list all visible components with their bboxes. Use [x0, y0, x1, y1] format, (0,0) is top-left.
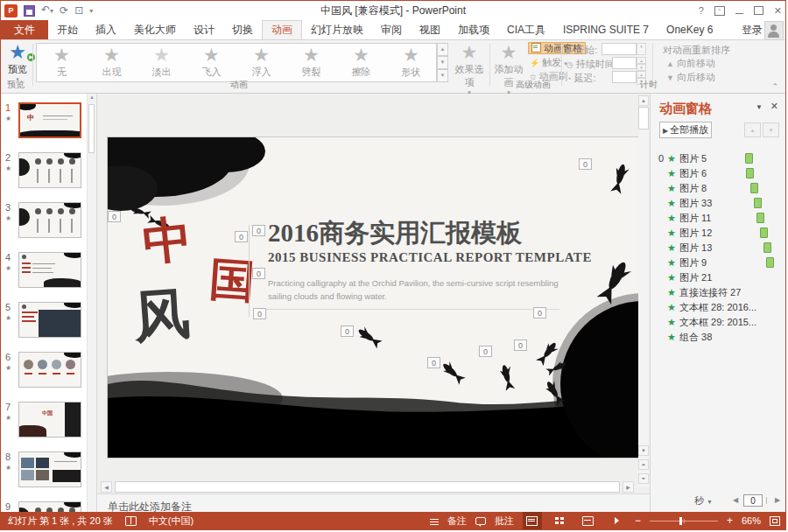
seconds-dropdown[interactable]: 秒 ▼: [694, 494, 713, 508]
pane-move-down-button[interactable]: ▼: [763, 122, 779, 137]
animation-fade[interactable]: ★淡出: [137, 44, 186, 81]
minimize-icon[interactable]: [735, 13, 743, 14]
animation-float-in[interactable]: ★浮入: [236, 44, 286, 81]
thumbnail-slide-1[interactable]: 1 ★ 中: [1, 102, 88, 143]
pane-close-icon[interactable]: ✕: [770, 101, 778, 112]
tab-onekey[interactable]: OneKey 6: [658, 20, 721, 39]
timeline-zoom-out-icon[interactable]: ◀: [733, 496, 738, 504]
timeline-bar[interactable]: [746, 168, 754, 178]
animation-item-row[interactable]: ★图片 21: [651, 270, 785, 285]
pane-move-up-button[interactable]: ▲: [744, 122, 761, 137]
animation-item-row[interactable]: ★图片 8: [651, 181, 785, 196]
tab-design[interactable]: 设计: [185, 20, 223, 39]
animation-item-row[interactable]: ★图片 33: [651, 196, 785, 211]
tab-home[interactable]: 开始: [48, 20, 87, 39]
slideshow-view-button[interactable]: [607, 512, 626, 529]
timeline-zoom-in-icon[interactable]: ▶: [775, 496, 780, 504]
tab-view[interactable]: 视图: [411, 20, 449, 39]
animation-item-row[interactable]: ★图片 9: [651, 256, 785, 270]
scroll-down-icon[interactable]: ▼: [638, 445, 649, 456]
calligraphy-feng[interactable]: 风: [132, 286, 192, 346]
animation-none[interactable]: ★无: [37, 44, 87, 81]
start-combobox[interactable]: [602, 43, 637, 55]
thumbnail-slide-6[interactable]: 6 ★: [1, 352, 88, 392]
pane-dropdown-icon[interactable]: ▼: [756, 103, 763, 111]
maximize-icon[interactable]: [754, 6, 763, 15]
tab-cia-tools[interactable]: CIA工具: [498, 20, 554, 39]
animation-sequence-badge[interactable]: 0: [533, 307, 546, 318]
gallery-scroll-down[interactable]: ▼: [437, 56, 448, 69]
thumbnail-slide-2[interactable]: 2 ★: [1, 152, 88, 192]
scroll-right-icon[interactable]: ▶: [623, 481, 634, 493]
duration-input[interactable]: [612, 57, 637, 69]
gallery-more-button[interactable]: ▼: [437, 69, 448, 82]
vertical-scrollbar[interactable]: ▲ ▼ ⏶ ⏷: [638, 95, 649, 487]
zoom-out-button[interactable]: −: [635, 514, 641, 527]
animation-sequence-badge[interactable]: 0: [427, 357, 440, 368]
ribbon-display-options-icon[interactable]: ^: [714, 6, 725, 16]
animation-item-row[interactable]: ★文本框 28: 2016...: [651, 300, 785, 315]
timeline-bar[interactable]: [750, 183, 758, 193]
thumbnail-slide-8[interactable]: 8 ★: [1, 452, 88, 492]
thumbnail-scrollbar-thumb[interactable]: [88, 104, 95, 153]
tab-review[interactable]: 审阅: [372, 20, 411, 39]
animation-item-row[interactable]: ★文本框 29: 2015...: [651, 315, 785, 330]
horizontal-scrollbar[interactable]: ◀ ▶: [101, 481, 634, 493]
timeline-bar[interactable]: [756, 213, 764, 223]
tab-slideshow[interactable]: 幻灯片放映: [302, 20, 372, 39]
thumbnail-scroll-up-icon[interactable]: ▲: [88, 94, 96, 100]
collapse-ribbon-icon[interactable]: ⌃: [771, 82, 778, 91]
tab-addins[interactable]: 加载项: [449, 20, 498, 39]
fit-slide-to-window-icon[interactable]: [770, 516, 780, 526]
comments-toggle[interactable]: 批注: [495, 514, 514, 528]
animation-sequence-badge[interactable]: 0: [479, 346, 492, 357]
move-earlier-button[interactable]: ▲向前移动: [666, 57, 715, 70]
zoom-level[interactable]: 66%: [742, 515, 761, 526]
move-later-button[interactable]: ▼向后移动: [666, 71, 715, 84]
animation-shape[interactable]: ★形状: [386, 44, 436, 81]
animation-item-row[interactable]: 0★图片 5: [651, 151, 785, 166]
thumbnail-slide-3[interactable]: 3 ★: [1, 202, 88, 242]
tab-insert[interactable]: 插入: [87, 20, 125, 39]
vertical-scrollbar-thumb[interactable]: [638, 107, 649, 130]
scroll-up-icon[interactable]: ▲: [638, 95, 649, 106]
language-indicator[interactable]: 中文(中国): [149, 514, 193, 528]
duration-spinner[interactable]: ▴▾: [637, 57, 646, 69]
tab-transitions[interactable]: 切换: [223, 20, 262, 39]
slide-title[interactable]: 2016商务实用汇报模板: [268, 216, 653, 251]
start-dropdown-arrow[interactable]: ▾: [637, 43, 646, 55]
animation-fly-in[interactable]: ★飞入: [186, 44, 236, 81]
tab-animations[interactable]: 动画: [262, 20, 302, 39]
slide-body-text[interactable]: Practicing calligraphy at the Orchid Pav…: [268, 277, 561, 303]
reading-view-button[interactable]: [579, 512, 598, 529]
animation-item-row[interactable]: ★图片 11: [651, 211, 785, 226]
timeline-bar[interactable]: [760, 228, 768, 238]
slide-subtitle[interactable]: 2015 BUSINESS PRACTICAL REPORT TEMPLATE: [268, 250, 592, 265]
spellcheck-icon[interactable]: [125, 516, 137, 526]
help-icon[interactable]: ?: [699, 1, 704, 20]
thumbnail-slide-4[interactable]: 4 ★: [1, 252, 88, 292]
animation-appear[interactable]: ★出现: [87, 44, 137, 81]
animation-sequence-badge[interactable]: 0: [253, 308, 266, 319]
animation-item-row[interactable]: ★图片 6: [651, 166, 785, 181]
timeline-bar[interactable]: [763, 242, 771, 253]
animation-sequence-badge[interactable]: 0: [514, 340, 527, 351]
thumbnail-scrollbar[interactable]: ▲: [87, 94, 96, 515]
animation-split[interactable]: ★劈裂: [286, 44, 336, 81]
sign-in-link[interactable]: 登录: [742, 20, 763, 39]
notes-toggle[interactable]: 备注: [447, 514, 467, 528]
animation-item-row[interactable]: ★直接连接符 27: [651, 285, 785, 300]
normal-view-button[interactable]: [523, 512, 542, 529]
timeline-bar[interactable]: [745, 153, 753, 164]
timeline-bar[interactable]: [754, 198, 762, 208]
animation-sequence-badge[interactable]: 0: [341, 326, 354, 337]
animation-sequence-badge[interactable]: 0: [579, 158, 592, 170]
preview-button[interactable]: ★▶ 预览 ▾: [2, 42, 33, 83]
slide-canvas[interactable]: 中 国 风 2016商务实用汇报模板 2015 BUSINESS PRACTIC…: [108, 137, 644, 458]
thumbnail-slide-7[interactable]: 7 ★ 中国: [1, 402, 88, 442]
horizontal-scrollbar-thumb[interactable]: [115, 481, 620, 493]
thumbnail-slide-5[interactable]: 5 ★: [1, 302, 88, 342]
user-avatar[interactable]: [764, 21, 784, 40]
animation-sequence-badge[interactable]: 0: [108, 211, 121, 222]
calligraphy-zhong[interactable]: 中: [140, 214, 194, 268]
